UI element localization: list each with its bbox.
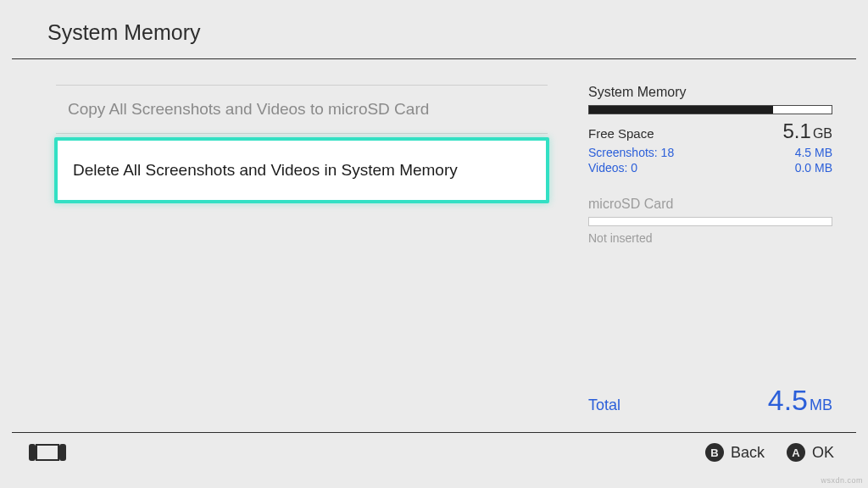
menu-list: Copy All Screenshots and Videos to micro… (56, 85, 548, 203)
total-label: Total (588, 396, 620, 414)
screenshots-label: Screenshots: 18 (588, 146, 674, 159)
videos-row[interactable]: Videos: 0 0.0 MB (588, 161, 832, 175)
back-action[interactable]: B Back (705, 443, 765, 462)
microsd-block: microSD Card Not inserted (588, 197, 832, 245)
videos-label: Videos: 0 (588, 161, 637, 175)
microsd-bar (588, 217, 832, 226)
svg-rect-2 (36, 445, 58, 460)
system-memory-block: System Memory Free Space 5.1GB Screensho… (588, 85, 832, 175)
menu-item-delete-all[interactable]: Delete All Screenshots and Videos in Sys… (54, 137, 549, 203)
videos-size: 0.0 MB (795, 161, 832, 175)
ok-action[interactable]: A OK (787, 443, 834, 462)
total-row: Total 4.5MB (588, 384, 832, 417)
screenshots-size: 4.5 MB (795, 146, 832, 159)
total-value: 4.5 (768, 384, 808, 416)
svg-rect-0 (29, 444, 36, 461)
system-memory-title: System Memory (588, 85, 832, 100)
back-label: Back (731, 444, 765, 462)
screenshots-row[interactable]: Screenshots: 18 4.5 MB (588, 146, 832, 159)
system-memory-bar-fill (589, 106, 773, 114)
b-button-icon: B (705, 443, 724, 462)
total-unit: MB (810, 396, 832, 413)
page-header: System Memory (0, 0, 868, 58)
controller-icon (29, 444, 66, 461)
microsd-status: Not inserted (588, 231, 832, 245)
storage-panel: System Memory Free Space 5.1GB Screensho… (571, 59, 856, 432)
a-button-icon: A (787, 443, 805, 462)
total-value-wrap: 4.5MB (768, 384, 832, 417)
ok-label: OK (812, 444, 834, 462)
menu-panel: Copy All Screenshots and Videos to micro… (12, 59, 571, 432)
footer-bar: B Back A OK (0, 433, 868, 462)
system-memory-bar (588, 105, 832, 114)
footer-actions: B Back A OK (705, 443, 834, 462)
free-space-value: 5.1GB (783, 119, 833, 143)
free-space-label: Free Space (588, 126, 654, 141)
microsd-title: microSD Card (588, 197, 832, 212)
free-space-row: Free Space 5.1GB (588, 119, 832, 143)
page-title: System Memory (47, 20, 821, 45)
watermark: wsxdn.com (821, 476, 863, 485)
content-area: Copy All Screenshots and Videos to micro… (0, 59, 868, 432)
svg-rect-1 (59, 444, 66, 461)
menu-item-copy-to-sd[interactable]: Copy All Screenshots and Videos to micro… (56, 86, 548, 134)
